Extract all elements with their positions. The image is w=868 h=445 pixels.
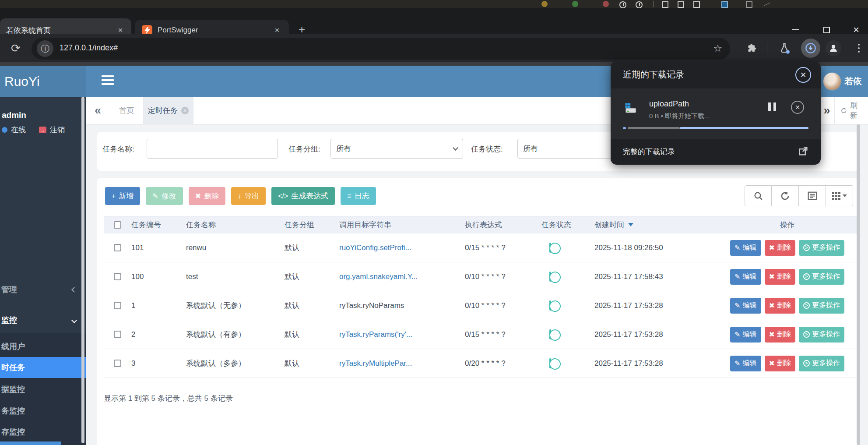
row-checkbox[interactable] — [114, 331, 121, 338]
row-delete-button[interactable]: ✖删除 — [765, 269, 795, 285]
cell-target-link[interactable]: ryTask.ryParams('ry'... — [339, 330, 465, 339]
columns-button[interactable] — [826, 185, 853, 206]
detail-view-button[interactable] — [799, 185, 826, 206]
job-group-select[interactable]: 所有 — [330, 139, 463, 159]
row-checkbox[interactable] — [114, 360, 121, 367]
pencil-icon: ✎ — [152, 192, 158, 200]
logout-icon[interactable]: → — [39, 127, 46, 133]
pencil-icon: ✎ — [734, 244, 740, 252]
add-button[interactable]: + 新增 — [105, 187, 140, 205]
sidebar-scrollbar[interactable] — [81, 97, 84, 443]
sidebar-item-service-monitor[interactable]: 务监控 — [0, 400, 86, 421]
sidebar-item-monitor[interactable]: 监控 — [0, 310, 86, 331]
page-tab-scheduled-jobs[interactable]: 定时任务 ✕ — [144, 97, 193, 124]
delete-button[interactable]: ✖ 删除 — [189, 187, 225, 205]
terminal-icon[interactable] — [721, 1, 728, 8]
app-logo[interactable]: RuoYi — [0, 66, 86, 97]
downloads-button[interactable] — [801, 39, 820, 58]
chevron-down-icon — [453, 145, 458, 151]
row-edit-button[interactable]: ✎编辑 — [730, 269, 761, 285]
row-delete-button[interactable]: ✖删除 — [765, 356, 795, 371]
row-more-button[interactable]: >更多操作 — [799, 327, 844, 343]
status-toggle[interactable] — [549, 272, 551, 282]
tab-close-icon[interactable]: × — [272, 25, 282, 35]
row-checkbox[interactable] — [114, 244, 121, 251]
search-toggle-button[interactable] — [745, 185, 772, 206]
header-username[interactable]: 若依 — [844, 75, 862, 87]
detail-list-icon — [808, 191, 817, 200]
status-toggle[interactable] — [549, 243, 551, 253]
row-more-button[interactable]: >更多操作 — [799, 269, 844, 285]
chevron-icon[interactable] — [764, 3, 770, 6]
logout-link[interactable]: 注销 — [50, 125, 65, 135]
tab-close-icon[interactable]: × — [116, 25, 125, 35]
sidebar: admin 在线 → 注销 管理 监控 线用户 时任务 据监控 务监控 存监控 — [0, 97, 86, 445]
row-edit-button[interactable]: ✎编辑 — [730, 356, 761, 371]
tabs-scroll-left-button[interactable]: « — [86, 97, 110, 124]
image-icon[interactable] — [746, 1, 752, 8]
status-toggle[interactable] — [549, 300, 551, 311]
tabs-scroll-right-button[interactable]: » — [819, 97, 834, 124]
cancel-download-icon[interactable]: ✕ — [791, 101, 804, 114]
row-checkbox[interactable] — [114, 273, 121, 280]
page-tab-home[interactable]: 首页 — [110, 97, 144, 124]
cell-target-link[interactable]: org.yaml.snakeyaml.Y... — [339, 272, 465, 281]
download-file-name[interactable]: uploadPath — [649, 99, 689, 109]
row-more-button[interactable]: >更多操作 — [799, 298, 844, 314]
full-download-history-link[interactable]: 完整的下载记录 — [623, 147, 675, 157]
site-info-icon[interactable]: ⓘ — [37, 40, 53, 57]
log-button[interactable]: ≡ 日志 — [341, 187, 376, 205]
cell-target-link[interactable]: ruoYiConfig.setProfi... — [339, 244, 465, 252]
sidebar-item-cache-monitor[interactable]: 存监控 — [0, 421, 86, 442]
refresh-table-button[interactable] — [772, 185, 799, 206]
select-all-checkbox[interactable] — [114, 221, 121, 229]
tab-close-icon[interactable]: ✕ — [181, 107, 189, 114]
row-delete-button[interactable]: ✖删除 — [765, 240, 795, 256]
row-edit-button[interactable]: ✎编辑 — [730, 298, 761, 314]
job-name-input[interactable] — [147, 139, 278, 159]
extensions-icon[interactable] — [744, 40, 760, 56]
sidebar-item-online-users[interactable]: 线用户 — [0, 336, 86, 357]
window-icon[interactable] — [662, 1, 668, 8]
clock-icon[interactable] — [619, 1, 626, 8]
status-toggle[interactable] — [549, 358, 551, 368]
sidebar-item-data-monitor[interactable]: 据监控 — [0, 379, 86, 400]
col-created-sortable[interactable]: 创建时间 — [594, 220, 718, 230]
generate-cron-button[interactable]: </> 生成表达式 — [271, 187, 335, 205]
url-text[interactable]: 127.0.0.1/index# — [60, 43, 118, 53]
hamburger-menu-icon[interactable] — [102, 75, 114, 85]
refresh-tab-button[interactable]: 刷新 — [834, 97, 868, 124]
row-checkbox[interactable] — [114, 302, 121, 309]
page-scrollbar[interactable] — [857, 124, 860, 445]
flask-icon[interactable] — [777, 40, 792, 56]
browser-profile-avatar[interactable] — [826, 40, 841, 56]
new-tab-button[interactable]: + — [299, 24, 305, 35]
status-toggle[interactable] — [549, 329, 551, 339]
row-delete-button[interactable]: ✖删除 — [765, 298, 795, 314]
col-job-id: 任务编号 — [131, 220, 186, 230]
user-avatar[interactable] — [823, 72, 841, 91]
edit-button[interactable]: ✎ 修改 — [146, 187, 183, 205]
bookmark-star-icon[interactable]: ☆ — [713, 42, 722, 54]
sidebar-item-scheduled-jobs[interactable]: 时任务 — [0, 357, 86, 378]
popup-close-icon[interactable]: ✕ — [795, 67, 811, 83]
download-item[interactable]: uploadPath 0 B • 即将开始下载... ✕ — [611, 88, 821, 139]
cell-target-link[interactable]: ryTask.ryMultiplePar... — [339, 359, 465, 368]
export-button[interactable]: ↓ 导出 — [231, 187, 266, 205]
os-taskbar-strip — [0, 0, 868, 8]
browser-menu-icon[interactable] — [851, 40, 867, 56]
window-icon[interactable] — [678, 1, 684, 8]
window-icon[interactable] — [693, 1, 700, 8]
external-link-icon[interactable] — [798, 146, 808, 158]
search-icon — [754, 191, 763, 201]
pause-icon[interactable] — [768, 102, 776, 111]
row-more-button[interactable]: >更多操作 — [799, 240, 844, 256]
row-delete-button[interactable]: ✖删除 — [765, 327, 795, 343]
row-more-button[interactable]: >更多操作 — [799, 356, 844, 371]
reload-icon[interactable]: ⟳ — [8, 40, 24, 56]
sidebar-item-manage[interactable]: 管理 — [0, 279, 86, 300]
clock-icon[interactable] — [636, 1, 643, 8]
row-edit-button[interactable]: ✎编辑 — [730, 240, 761, 256]
address-bar[interactable]: ⓘ 127.0.0.1/index# ☆ — [32, 38, 730, 60]
row-edit-button[interactable]: ✎编辑 — [730, 327, 761, 343]
